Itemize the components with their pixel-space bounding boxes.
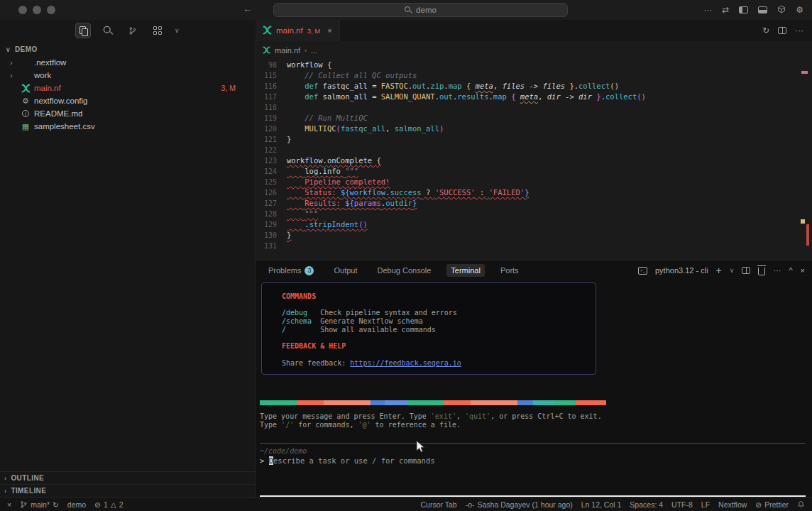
terminal-prompt[interactable]: > D escribe a task or use / for commands (260, 456, 806, 466)
code-area[interactable]: 98workflow {115 // Collect all QC output… (256, 60, 812, 261)
line-number: 98 (256, 60, 277, 70)
token: ) (439, 124, 444, 133)
code-line: 126 Status: ${workflow.success ? 'SUCCES… (256, 187, 812, 198)
cursor-tab-item[interactable]: Cursor Tab (420, 500, 456, 509)
problems-item[interactable]: ⊘1△2 (94, 500, 124, 509)
token (312, 317, 320, 325)
file-row-samplesheet-csv[interactable]: ▦samplesheet.csv (0, 120, 255, 133)
command-center-search[interactable]: demo (273, 3, 568, 17)
tab-close-icon[interactable]: × (327, 26, 331, 35)
code-line: 128 """ (256, 209, 812, 219)
close-window-button[interactable] (18, 6, 27, 14)
git-blame-item[interactable]: -o-Sasha Dagayev (1 hour ago) (466, 500, 573, 509)
source-control-icon[interactable] (125, 23, 141, 38)
explorer-icon[interactable] (75, 23, 91, 38)
tab-main-nf[interactable]: main.nf 3, M × (256, 20, 340, 41)
panel-tab-problems[interactable]: Problems3 (264, 264, 318, 278)
prompt-symbol: > (260, 456, 269, 465)
terminal-hint-line: Type your message and press Enter. Type … (260, 412, 602, 421)
token: https://feedback.seqera.io (350, 359, 461, 367)
token: meta (476, 82, 493, 90)
panel-tab-debug-console[interactable]: Debug Console (373, 264, 436, 277)
explorer-section-header[interactable]: ∨ DEMO (0, 41, 255, 56)
token: success (390, 188, 421, 197)
bottom-panel: Problems3OutputDebug ConsoleTerminalPort… (256, 261, 812, 497)
breadcrumb-tail[interactable]: ... (311, 46, 317, 55)
token: } (287, 135, 291, 143)
chevron-down-icon[interactable]: ∨ (175, 27, 180, 34)
token: stripIndent (309, 220, 359, 229)
more-icon[interactable]: ··· (703, 5, 712, 15)
token: map (493, 92, 507, 101)
terminal-dropdown-icon[interactable]: ∨ (730, 267, 735, 274)
file-row-readme-md[interactable]: iREADME.md (0, 107, 255, 120)
token: to reference a file. (371, 421, 461, 429)
token: params (354, 199, 381, 207)
close-panel-icon[interactable]: × (801, 266, 805, 275)
panel-tab-terminal[interactable]: Terminal (446, 264, 485, 277)
remote-icon-item[interactable]: × (7, 500, 11, 509)
token (287, 124, 304, 133)
breadcrumb[interactable]: main.nf › ... (256, 41, 812, 60)
encoding-item[interactable]: UTF-8 (671, 500, 693, 509)
settings-gear-icon[interactable]: ⚙ (796, 5, 803, 15)
file-row-work[interactable]: ›work (0, 69, 255, 82)
terminal-line (282, 334, 596, 342)
search-view-icon[interactable] (100, 23, 116, 38)
split-editor-icon[interactable] (778, 27, 786, 34)
terminal-input-area[interactable]: ~/code/demo > D escribe a task or use / … (260, 443, 806, 466)
terminal-view[interactable]: COMMANDS/debug Check pipeline syntax and… (256, 280, 812, 497)
rainbow-segment (371, 400, 385, 405)
terminal-instance-label[interactable]: python3.12 - cli (655, 266, 708, 275)
profile-item[interactable]: demo (67, 500, 86, 509)
zoom-window-button[interactable] (47, 6, 55, 14)
panel-tab-output[interactable]: Output (329, 264, 361, 277)
problems-count-badge: 3 (304, 266, 314, 275)
editor[interactable]: main.nf › ... 98workflow {115 // Collect… (256, 41, 812, 261)
swap-layout-icon[interactable]: ⇄ (722, 5, 729, 15)
prettier-item[interactable]: ⊘Prettier (755, 500, 789, 509)
outline-section[interactable]: › OUTLINE (0, 471, 255, 484)
code-line: 119 // Run MultiQC (256, 113, 812, 123)
token: salmon_all (395, 124, 439, 133)
split-terminal-icon[interactable] (742, 267, 750, 274)
terminal-line (282, 351, 596, 359)
maximize-panel-icon[interactable]: ^ (789, 266, 792, 275)
file-row-main-nf[interactable]: main.nf3, M (0, 82, 255, 94)
more-actions-icon[interactable]: ··· (795, 26, 803, 35)
git-branch-item[interactable]: main*↻ (20, 500, 59, 509)
more-icon[interactable]: ··· (773, 266, 781, 275)
line-content: .stripIndent() (287, 219, 368, 230)
back-icon[interactable]: ← (243, 3, 253, 14)
restart-icon[interactable]: ↻ (762, 26, 769, 35)
sidebar: ∨ DEMO ›.nextflow›work main.nf3, M⚙nextf… (0, 41, 256, 497)
panel-tab-ports[interactable]: Ports (496, 264, 523, 277)
bell-item[interactable] (797, 500, 805, 508)
toggle-sidebar-icon[interactable] (739, 6, 748, 13)
git-blame-item-icon: -o- (466, 500, 475, 509)
file-row--nextflow[interactable]: ›.nextflow (0, 56, 255, 69)
line-content: workflow.onComplete { (287, 155, 381, 166)
token: zip (430, 82, 444, 90)
terminal-line: /schema Generate Nextflow schema (282, 317, 596, 326)
cube-icon[interactable] (777, 4, 786, 16)
line-content: Status: ${workflow.success ? 'SUCCESS' :… (287, 187, 529, 198)
token: Type your message and press Enter. Type (260, 412, 431, 420)
language-item[interactable]: Nextflow (718, 500, 747, 509)
kill-terminal-icon[interactable] (758, 268, 765, 275)
code-line: 115 // Collect all QC outputs (256, 70, 812, 81)
eol-item[interactable]: LF (701, 500, 710, 509)
timeline-section[interactable]: › TIMELINE (0, 484, 255, 497)
new-terminal-icon[interactable]: + (716, 265, 722, 276)
indent-item[interactable]: Spaces: 4 (630, 500, 663, 509)
toggle-panel-icon[interactable] (758, 6, 767, 13)
status-part: 1 (104, 500, 108, 509)
breadcrumb-separator: › (304, 47, 307, 54)
vscode-window: ← demo ··· ⇄ ⚙ (0, 0, 812, 511)
extensions-icon[interactable] (150, 23, 165, 38)
line-number: 127 (256, 198, 277, 209)
file-row-nextflow-config[interactable]: ⚙nextflow.config (0, 94, 255, 107)
breadcrumb-file[interactable]: main.nf (275, 46, 300, 55)
minimize-window-button[interactable] (33, 6, 41, 14)
line-col-item[interactable]: Ln 12, Col 1 (581, 500, 622, 509)
